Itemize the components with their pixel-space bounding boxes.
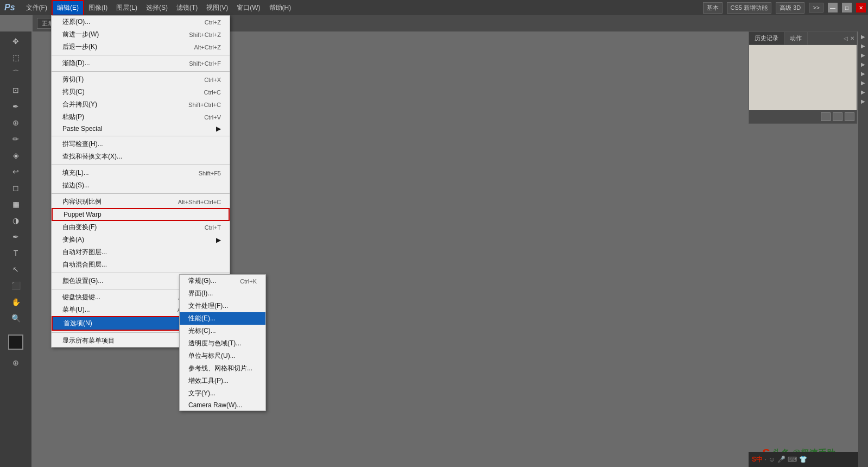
menu-fill[interactable]: 填充(L)... Shift+F5: [52, 167, 230, 179]
menu-layer[interactable]: 图层(L): [112, 1, 142, 15]
panel-icon-8[interactable]: ▶: [859, 98, 867, 106]
history-tab[interactable]: 历史记录: [749, 32, 784, 45]
type-tool[interactable]: T: [7, 245, 24, 261]
pref-cursors[interactable]: 光标(C)...: [180, 325, 265, 337]
panel-icon-7[interactable]: ▶: [859, 89, 867, 97]
sougou-icon4[interactable]: 👕: [799, 456, 807, 463]
panel-icon-2[interactable]: ▶: [859, 43, 867, 51]
pref-camera-raw[interactable]: Camera Raw(W)...: [180, 400, 265, 411]
panel-icon-1[interactable]: ▶: [859, 34, 867, 41]
pref-general[interactable]: 常规(G)... Ctrl+K: [180, 275, 265, 287]
history-panel-body: [749, 45, 857, 110]
pen-tool[interactable]: ✒: [7, 229, 24, 244]
path-selection-tool[interactable]: ↖: [7, 262, 24, 277]
gradient-tool[interactable]: ▦: [7, 197, 24, 212]
app-logo: Ps: [2, 3, 17, 12]
menu-puppet-warp[interactable]: Puppet Warp: [52, 208, 230, 221]
panel-icon-5[interactable]: ▶: [859, 71, 867, 78]
stamp-tool[interactable]: ◈: [7, 148, 24, 163]
eraser-tool[interactable]: ◻: [7, 180, 24, 195]
menu-content-aware[interactable]: 内容识别比例 Alt+Shift+Ctrl+C: [52, 195, 230, 208]
pref-transparency[interactable]: 透明度与色域(T)...: [180, 337, 265, 350]
menu-free-transform[interactable]: 自由变换(F) Ctrl+T: [52, 221, 230, 234]
sougou-icon3[interactable]: ⌨: [788, 456, 797, 463]
panel-icon-3[interactable]: ▶: [859, 52, 867, 60]
brush-tool[interactable]: ✏: [7, 131, 24, 147]
sougou-icon2[interactable]: 🎤: [777, 456, 785, 463]
menu-file[interactable]: 文件(F): [22, 1, 52, 15]
menu-spellcheck[interactable]: 拼写检查(H)...: [52, 138, 230, 150]
history-panel-header: 历史记录 动作 ◁ ✕: [749, 32, 857, 45]
menu-edit[interactable]: 编辑(E): [52, 0, 84, 16]
menu-select[interactable]: 选择(S): [142, 1, 172, 15]
lasso-tool[interactable]: ⌒: [7, 66, 24, 81]
pref-interface[interactable]: 界面(I)...: [180, 287, 265, 300]
actions-tab[interactable]: 动作: [784, 32, 808, 45]
move-tool[interactable]: ✥: [7, 34, 24, 49]
menu-cut[interactable]: 剪切(T) Ctrl+X: [52, 73, 230, 86]
pref-plugins[interactable]: 增效工具(P)...: [180, 375, 265, 387]
maximize-button[interactable]: □: [842, 3, 852, 12]
pref-guides-grid[interactable]: 参考线、网格和切片...: [180, 362, 265, 375]
left-toolbar: ✥ ⬚ ⌒ ⊡ ✒ ⊕ ✏ ◈ ↩ ◻ ▦ ◑ ✒ T ↖ ⬛ ✋ 🔍 ⊕: [0, 31, 31, 467]
panel-close-btn[interactable]: ✕: [850, 35, 854, 41]
history-extra-btn[interactable]: [845, 112, 854, 121]
menu-copy-merged[interactable]: 合并拷贝(Y) Shift+Ctrl+C: [52, 98, 230, 111]
history-panel: 历史记录 动作 ◁ ✕: [749, 31, 857, 124]
hand-tool[interactable]: ✋: [7, 294, 24, 310]
menu-undo[interactable]: 还原(O)... Ctrl+Z: [52, 16, 230, 28]
menu-view[interactable]: 视图(V): [202, 1, 232, 15]
menu-step-forward[interactable]: 前进一步(W) Shift+Ctrl+Z: [52, 28, 230, 41]
shape-tool[interactable]: ⬛: [7, 278, 24, 293]
menu-copy[interactable]: 拷贝(C) Ctrl+C: [52, 86, 230, 98]
history-new-btn[interactable]: [821, 112, 831, 121]
menu-stroke[interactable]: 描边(S)...: [52, 179, 230, 192]
workspace-cs5[interactable]: CS5 新增功能: [727, 2, 771, 14]
pref-type[interactable]: 文字(Y)...: [180, 387, 265, 400]
menu-paste-special[interactable]: Paste Special ▶: [52, 123, 230, 134]
healing-tool[interactable]: ⊕: [7, 115, 24, 130]
sep6: [52, 273, 230, 273]
workspace-basic[interactable]: 基本: [703, 2, 723, 14]
menu-find-replace[interactable]: 查找和替换文本(X)...: [52, 150, 230, 163]
pref-units-rulers[interactable]: 单位与标尺(U)...: [180, 350, 265, 362]
sep5: [52, 193, 230, 194]
eyedropper-tool[interactable]: ✒: [7, 99, 24, 114]
panel-icon-6[interactable]: ▶: [859, 80, 867, 87]
sep1: [52, 55, 230, 55]
sougou-dot: ·: [765, 457, 766, 463]
close-button[interactable]: ✕: [856, 3, 866, 12]
panel-collapse-btn[interactable]: ◁: [844, 35, 848, 41]
menu-window[interactable]: 窗口(W): [232, 1, 264, 15]
panel-icon-4[interactable]: ▶: [859, 61, 867, 69]
menu-transform[interactable]: 变换(A) ▶: [52, 234, 230, 246]
menu-image[interactable]: 图像(I): [84, 1, 112, 15]
right-panel-strip: ▶ ▶ ▶ ▶ ▶ ▶ ▶ ▶: [858, 31, 868, 467]
foreground-color[interactable]: [8, 335, 23, 350]
sep3: [52, 136, 230, 136]
crop-tool[interactable]: ⊡: [7, 83, 24, 98]
dodge-tool[interactable]: ◑: [7, 213, 24, 228]
more-tools[interactable]: ⊕: [7, 355, 24, 370]
preferences-submenu: 常规(G)... Ctrl+K 界面(I)... 文件处理(F)... 性能(E…: [179, 274, 266, 411]
menu-auto-align[interactable]: 自动对齐图层...: [52, 246, 230, 258]
workspace-more[interactable]: >>: [809, 3, 823, 12]
menu-help[interactable]: 帮助(H): [265, 1, 296, 15]
pref-performance[interactable]: 性能(E)...: [180, 312, 265, 325]
menu-bar-right: 基本 CS5 新增功能 高级 3D >> — □ ✕: [703, 2, 866, 14]
menu-bar: Ps 文件(F) 编辑(E) 图像(I) 图层(L) 选择(S) 滤镜(T) 视…: [0, 0, 868, 15]
minimize-button[interactable]: —: [828, 3, 838, 12]
menu-auto-blend[interactable]: 自动混合图层...: [52, 258, 230, 271]
menu-step-backward[interactable]: 后退一步(K) Alt+Ctrl+Z: [52, 41, 230, 53]
menu-fade[interactable]: 渐隐(D)... Shift+Ctrl+F: [52, 57, 230, 70]
selection-tool[interactable]: ⬚: [7, 50, 24, 65]
menu-paste[interactable]: 粘贴(P) Ctrl+V: [52, 111, 230, 123]
sougou-logo: S中: [752, 455, 763, 464]
history-delete-btn[interactable]: [833, 112, 842, 121]
menu-filter[interactable]: 滤镜(T): [172, 1, 202, 15]
workspace-3d[interactable]: 高级 3D: [776, 2, 804, 14]
pref-file-handling[interactable]: 文件处理(F)...: [180, 300, 265, 312]
history-brush-tool[interactable]: ↩: [7, 164, 24, 179]
sougou-icon1[interactable]: ☺: [769, 456, 775, 463]
zoom-tool[interactable]: 🔍: [7, 311, 24, 326]
